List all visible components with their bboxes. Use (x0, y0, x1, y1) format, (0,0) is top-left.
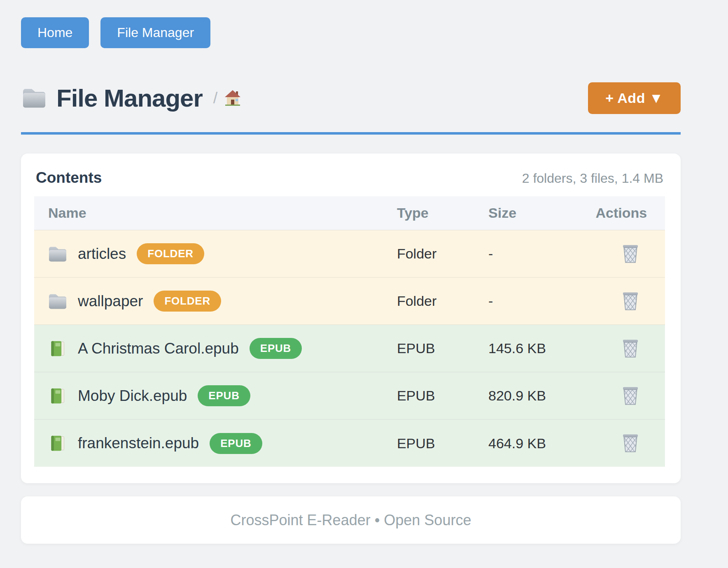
table-row: articles FOLDER Folder - (34, 230, 665, 277)
delete-button[interactable] (619, 431, 642, 455)
trash-icon (621, 386, 639, 405)
folder-icon (21, 87, 47, 109)
epub-badge: EPUB (198, 385, 250, 406)
book-icon (48, 435, 67, 452)
trash-icon (621, 244, 639, 263)
page: Home File Manager File Manager / + Add ▼… (21, 0, 681, 544)
trash-icon (621, 291, 639, 311)
breadcrumb-separator: / (213, 89, 218, 107)
home-button[interactable]: Home (21, 17, 89, 48)
folder-badge: FOLDER (137, 243, 204, 264)
item-size: - (488, 230, 595, 277)
folder-icon (48, 245, 67, 263)
delete-button[interactable] (619, 289, 642, 313)
epub-badge: EPUB (250, 338, 302, 359)
column-header-size: Size (488, 196, 595, 230)
delete-button[interactable] (619, 383, 642, 408)
item-size: 820.9 KB (488, 372, 595, 419)
item-size: 464.9 KB (488, 419, 595, 467)
book-icon (48, 387, 67, 405)
title-group: File Manager / (21, 84, 241, 112)
table-header-row: Name Type Size Actions (34, 196, 665, 230)
item-size: - (488, 277, 595, 325)
top-nav: Home File Manager (21, 0, 681, 48)
item-name[interactable]: frankenstein.epub (78, 435, 199, 452)
item-type: EPUB (397, 325, 488, 372)
item-name[interactable]: wallpaper (78, 293, 143, 310)
item-name[interactable]: A Christmas Carol.epub (78, 340, 239, 357)
delete-button[interactable] (619, 336, 642, 361)
column-header-actions: Actions (595, 196, 665, 230)
contents-title: Contents (36, 169, 102, 186)
item-size: 145.6 KB (488, 325, 595, 372)
item-type: EPUB (397, 372, 488, 419)
trash-icon (621, 338, 639, 358)
page-header: File Manager / + Add ▼ (21, 82, 681, 114)
item-name[interactable]: articles (78, 245, 126, 263)
folder-badge: FOLDER (154, 291, 221, 312)
table-row: frankenstein.epub EPUB EPUB 464.9 KB (34, 419, 665, 467)
page-title: File Manager (56, 84, 203, 112)
home-icon[interactable] (224, 90, 241, 106)
title-divider (21, 132, 681, 135)
epub-badge: EPUB (210, 433, 262, 454)
file-manager-button[interactable]: File Manager (100, 17, 210, 48)
item-type: Folder (397, 230, 488, 277)
trash-icon (621, 433, 639, 453)
footer: CrossPoint E-Reader • Open Source (21, 496, 681, 544)
breadcrumb: / (213, 89, 242, 107)
footer-text: CrossPoint E-Reader • Open Source (231, 512, 471, 529)
contents-card: Contents 2 folders, 3 files, 1.4 MB Name… (21, 154, 681, 483)
item-type: Folder (397, 277, 488, 325)
folder-icon (48, 293, 67, 310)
book-icon (48, 340, 67, 357)
table-row: wallpaper FOLDER Folder - (34, 277, 665, 325)
column-header-name: Name (34, 196, 397, 230)
delete-button[interactable] (619, 241, 642, 266)
contents-summary: 2 folders, 3 files, 1.4 MB (522, 171, 663, 186)
table-row: Moby Dick.epub EPUB EPUB 820.9 KB (34, 372, 665, 419)
add-button[interactable]: + Add ▼ (588, 82, 681, 114)
item-name[interactable]: Moby Dick.epub (78, 387, 187, 405)
contents-card-header: Contents 2 folders, 3 files, 1.4 MB (34, 169, 665, 196)
table-row: A Christmas Carol.epub EPUB EPUB 145.6 K… (34, 325, 665, 372)
column-header-type: Type (397, 196, 488, 230)
item-type: EPUB (397, 419, 488, 467)
file-table: Name Type Size Actions articles FOLDER (34, 196, 665, 467)
